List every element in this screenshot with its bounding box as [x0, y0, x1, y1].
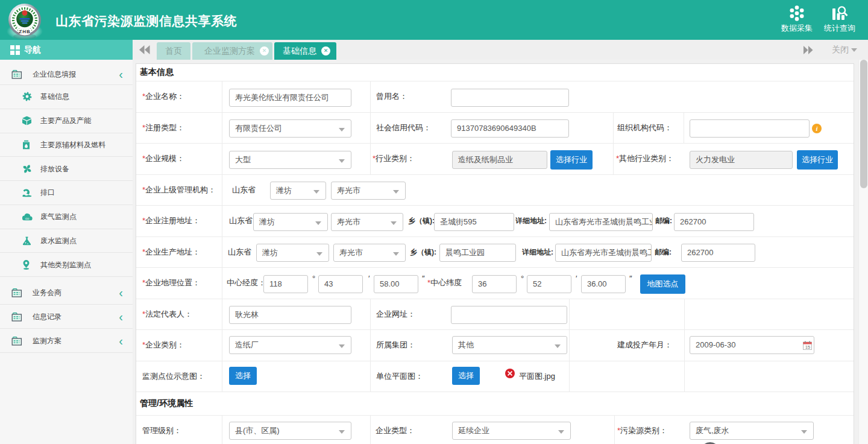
svg-text:ZHB: ZHB	[19, 29, 30, 34]
svg-text:co: co	[25, 217, 30, 220]
svg-text:15: 15	[805, 345, 810, 349]
